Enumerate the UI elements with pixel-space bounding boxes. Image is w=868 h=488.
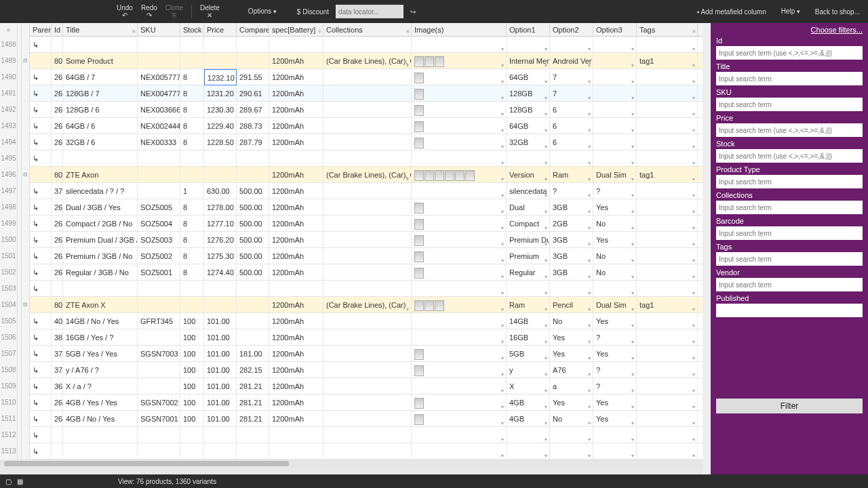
cell-price[interactable]: 1277.10: [204, 216, 237, 232]
cell-sku[interactable]: [138, 297, 180, 313]
table-row[interactable]: 1513↳▾▾▾▾▾: [0, 443, 703, 460]
horizontal-scrollbar[interactable]: [0, 460, 703, 468]
cell-id[interactable]: 36: [52, 378, 63, 394]
cell-sku[interactable]: [138, 167, 180, 183]
cell-stock[interactable]: 100: [180, 346, 204, 362]
expand-toggle[interactable]: [22, 362, 30, 378]
cell-images[interactable]: ▾: [412, 85, 507, 102]
table-row[interactable]: 1495↳▾▾▾▾▾: [0, 150, 703, 167]
cell-spec[interactable]: [269, 427, 323, 443]
cell-images[interactable]: ▾: [412, 69, 507, 85]
filter-input-id[interactable]: [716, 46, 863, 60]
cell-sku[interactable]: SOZ5002: [138, 248, 180, 264]
menu-icon[interactable]: ≡: [0, 23, 18, 37]
cell-price[interactable]: 1274.40: [204, 264, 237, 281]
cell-parent[interactable]: ↳: [30, 264, 52, 281]
cell-collections[interactable]: [323, 362, 412, 378]
cell-compare[interactable]: [237, 297, 269, 313]
cell-collections[interactable]: (Car Brake Lines), (Car), C▾: [323, 53, 412, 69]
cell-collections[interactable]: [323, 37, 412, 53]
cell-collections[interactable]: [323, 102, 412, 118]
col-collections[interactable]: Collections≡: [323, 23, 412, 37]
cell-option1[interactable]: 128GB▾: [507, 102, 550, 118]
table-row[interactable]: 1496⊟80ZTE Axon1200mAh(Car Brake Lines),…: [0, 167, 703, 183]
cell-sku[interactable]: NEX004777: [138, 85, 180, 102]
cell-option1[interactable]: 4GB▾: [507, 394, 550, 411]
cell-option1[interactable]: Internal Mem▾: [507, 53, 550, 69]
cell-title[interactable]: Some Product: [63, 53, 138, 69]
cell-stock[interactable]: 8: [180, 134, 204, 150]
col-option3[interactable]: Option3: [593, 23, 637, 37]
cell-option1[interactable]: 4GB▾: [507, 411, 550, 427]
cell-title[interactable]: [63, 150, 138, 167]
cell-option2[interactable]: 6▾: [550, 102, 593, 118]
cell-title[interactable]: Regular / 3GB / No: [63, 264, 138, 281]
filter-input-product-type[interactable]: [716, 175, 863, 188]
choose-filters-link[interactable]: Choose filters...: [716, 26, 863, 34]
cell-option1[interactable]: Version▾: [507, 167, 550, 183]
cell-id[interactable]: 26: [52, 411, 63, 427]
cell-option1[interactable]: 32GB▾: [507, 134, 550, 150]
cell-price[interactable]: [204, 53, 237, 69]
cell-spec[interactable]: 1200mAh: [269, 69, 323, 85]
cell-option3[interactable]: ?▾: [593, 362, 637, 378]
cell-sku[interactable]: SOZ5004: [138, 216, 180, 232]
cell-title[interactable]: ZTE Axon X: [63, 297, 138, 313]
cell-spec[interactable]: 1200mAh: [269, 216, 323, 232]
expand-toggle[interactable]: [22, 443, 30, 460]
cell-price[interactable]: 101.00: [204, 411, 237, 427]
cell-spec[interactable]: 1200mAh: [269, 85, 323, 102]
cell-parent[interactable]: ↳: [30, 443, 52, 460]
locator-go-button[interactable]: ↪: [406, 8, 420, 16]
cell-option3[interactable]: Dual Sim▾: [593, 297, 637, 313]
col-spec[interactable]: spec[Battery]≡: [269, 23, 323, 37]
cell-option3[interactable]: Yes▾: [593, 199, 637, 216]
cell-compare[interactable]: 281.21: [237, 394, 269, 411]
expand-toggle[interactable]: [22, 378, 30, 394]
cell-sku[interactable]: NEX002444: [138, 118, 180, 134]
cell-id[interactable]: [52, 150, 63, 167]
cell-option3[interactable]: Yes▾: [593, 313, 637, 329]
options-menu[interactable]: Options: [244, 7, 281, 16]
cell-tags[interactable]: ▾: [637, 346, 698, 362]
expand-toggle[interactable]: [22, 313, 30, 329]
cell-compare[interactable]: 500.00: [237, 248, 269, 264]
cell-stock[interactable]: 100: [180, 313, 204, 329]
cell-price[interactable]: 1232.10: [204, 69, 237, 85]
cell-images[interactable]: ▾: [412, 313, 507, 329]
cell-spec[interactable]: 1200mAh: [269, 313, 323, 329]
cell-collections[interactable]: [323, 248, 412, 264]
cell-title[interactable]: 32GB / 6: [63, 134, 138, 150]
cell-collections[interactable]: [323, 85, 412, 102]
cell-spec[interactable]: 1200mAh: [269, 411, 323, 427]
cell-collections[interactable]: [323, 134, 412, 150]
back-to-shop-link[interactable]: Back to shop...: [811, 8, 864, 16]
cell-parent[interactable]: ↳: [30, 362, 52, 378]
filter-input-barcode[interactable]: [716, 226, 863, 240]
table-row[interactable]: 1503↳▾▾▾▾▾: [0, 281, 703, 297]
cell-tags[interactable]: ▾: [637, 313, 698, 329]
cell-option1[interactable]: Regular▾: [507, 264, 550, 281]
cell-compare[interactable]: [237, 37, 269, 53]
cell-option1[interactable]: Dual▾: [507, 199, 550, 216]
cell-option1[interactable]: Premium Du▾: [507, 232, 550, 248]
cell-stock[interactable]: [180, 281, 204, 297]
cell-sku[interactable]: SOZ5001: [138, 264, 180, 281]
filter-input-title[interactable]: [716, 72, 863, 85]
col-stock[interactable]: Stock: [180, 23, 204, 37]
cell-option1[interactable]: ▾: [507, 281, 550, 297]
expand-toggle[interactable]: [22, 102, 30, 118]
cell-price[interactable]: 101.00: [204, 378, 237, 394]
cell-option2[interactable]: 3GB▾: [550, 248, 593, 264]
cell-stock[interactable]: 8: [180, 232, 204, 248]
cell-option3[interactable]: ▾: [593, 69, 637, 85]
cell-id[interactable]: 26: [52, 232, 63, 248]
cell-images[interactable]: ▾: [412, 216, 507, 232]
cell-option1[interactable]: Compact▾: [507, 216, 550, 232]
cell-images[interactable]: ▾: [412, 362, 507, 378]
expand-toggle[interactable]: ⊟: [22, 53, 30, 69]
cell-title[interactable]: [63, 443, 138, 460]
cell-option3[interactable]: ▾: [593, 102, 637, 118]
col-id[interactable]: Id: [52, 23, 63, 37]
filter-input-vendor[interactable]: [716, 278, 863, 291]
